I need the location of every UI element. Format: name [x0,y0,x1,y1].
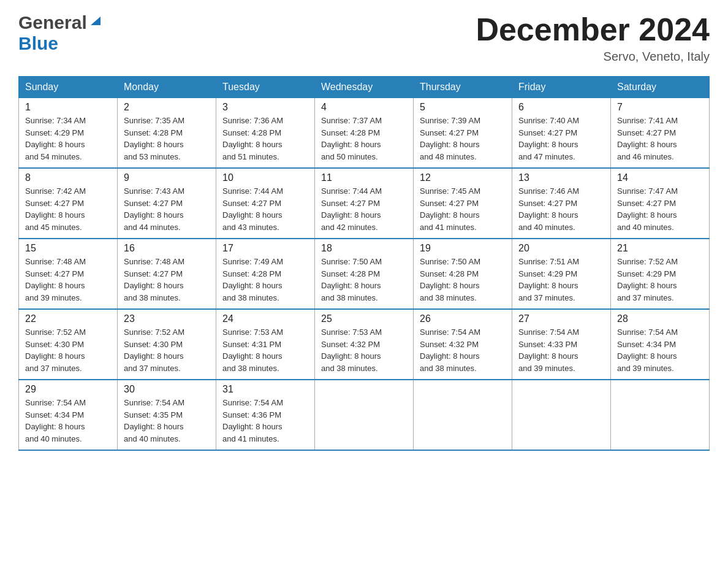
day-number: 1 [25,102,111,113]
day-number: 20 [518,243,604,254]
calendar-table: Sunday Monday Tuesday Wednesday Thursday… [18,76,710,451]
day-info: Sunrise: 7:48 AM Sunset: 4:27 PM Dayligh… [124,256,210,304]
location-text: Servo, Veneto, Italy [476,50,710,64]
calendar-cell: 16 Sunrise: 7:48 AM Sunset: 4:27 PM Dayl… [118,239,216,309]
day-info: Sunrise: 7:42 AM Sunset: 4:27 PM Dayligh… [25,185,111,233]
day-info: Sunrise: 7:36 AM Sunset: 4:28 PM Dayligh… [222,115,308,163]
calendar-cell: 21 Sunrise: 7:52 AM Sunset: 4:29 PM Dayl… [611,239,710,309]
logo-general-text: General [18,12,87,33]
calendar-week-1: 1 Sunrise: 7:34 AM Sunset: 4:29 PM Dayli… [19,98,710,169]
day-info: Sunrise: 7:46 AM Sunset: 4:27 PM Dayligh… [518,185,604,233]
calendar-cell: 14 Sunrise: 7:47 AM Sunset: 4:27 PM Dayl… [611,168,710,239]
calendar-cell: 10 Sunrise: 7:44 AM Sunset: 4:27 PM Dayl… [216,168,315,239]
calendar-cell: 23 Sunrise: 7:52 AM Sunset: 4:30 PM Dayl… [118,309,216,380]
day-info: Sunrise: 7:52 AM Sunset: 4:29 PM Dayligh… [617,256,703,304]
calendar-cell: 18 Sunrise: 7:50 AM Sunset: 4:28 PM Dayl… [315,239,414,309]
col-sunday: Sunday [19,77,118,98]
calendar-cell: 17 Sunrise: 7:49 AM Sunset: 4:28 PM Dayl… [216,239,315,309]
day-number: 3 [222,102,308,113]
calendar-week-5: 29 Sunrise: 7:54 AM Sunset: 4:34 PM Dayl… [19,380,710,450]
day-info: Sunrise: 7:53 AM Sunset: 4:32 PM Dayligh… [321,326,407,374]
calendar-cell: 3 Sunrise: 7:36 AM Sunset: 4:28 PM Dayli… [216,98,315,169]
day-info: Sunrise: 7:44 AM Sunset: 4:27 PM Dayligh… [222,185,308,233]
calendar-cell: 8 Sunrise: 7:42 AM Sunset: 4:27 PM Dayli… [19,168,118,239]
col-monday: Monday [118,77,216,98]
day-number: 6 [518,102,604,113]
day-number: 27 [518,313,604,324]
day-number: 17 [222,243,308,254]
calendar-cell: 1 Sunrise: 7:34 AM Sunset: 4:29 PM Dayli… [19,98,118,169]
calendar-cell: 22 Sunrise: 7:52 AM Sunset: 4:30 PM Dayl… [19,309,118,380]
col-thursday: Thursday [414,77,512,98]
day-number: 16 [124,243,210,254]
calendar-cell: 31 Sunrise: 7:54 AM Sunset: 4:36 PM Dayl… [216,380,315,450]
day-number: 12 [420,172,506,183]
title-section: December 2024 Servo, Veneto, Italy [476,12,710,64]
day-info: Sunrise: 7:54 AM Sunset: 4:35 PM Dayligh… [124,397,210,445]
day-number: 14 [617,172,703,183]
calendar-week-3: 15 Sunrise: 7:48 AM Sunset: 4:27 PM Dayl… [19,239,710,309]
day-number: 26 [420,313,506,324]
calendar-cell: 26 Sunrise: 7:54 AM Sunset: 4:32 PM Dayl… [414,309,512,380]
day-info: Sunrise: 7:45 AM Sunset: 4:27 PM Dayligh… [420,185,506,233]
day-info: Sunrise: 7:54 AM Sunset: 4:32 PM Dayligh… [420,326,506,374]
day-info: Sunrise: 7:40 AM Sunset: 4:27 PM Dayligh… [518,115,604,163]
day-number: 11 [321,172,407,183]
day-number: 7 [617,102,703,113]
calendar-cell: 28 Sunrise: 7:54 AM Sunset: 4:34 PM Dayl… [611,309,710,380]
calendar-cell [512,380,611,450]
day-number: 15 [25,243,111,254]
day-number: 9 [124,172,210,183]
day-info: Sunrise: 7:54 AM Sunset: 4:34 PM Dayligh… [617,326,703,374]
day-info: Sunrise: 7:48 AM Sunset: 4:27 PM Dayligh… [25,256,111,304]
calendar-week-2: 8 Sunrise: 7:42 AM Sunset: 4:27 PM Dayli… [19,168,710,239]
calendar-cell: 27 Sunrise: 7:54 AM Sunset: 4:33 PM Dayl… [512,309,611,380]
day-number: 21 [617,243,703,254]
day-number: 18 [321,243,407,254]
calendar-header-row: Sunday Monday Tuesday Wednesday Thursday… [19,77,710,98]
day-number: 29 [25,384,111,395]
calendar-cell [315,380,414,450]
calendar-cell [414,380,512,450]
day-number: 2 [124,102,210,113]
day-number: 4 [321,102,407,113]
day-info: Sunrise: 7:49 AM Sunset: 4:28 PM Dayligh… [222,256,308,304]
calendar-cell: 6 Sunrise: 7:40 AM Sunset: 4:27 PM Dayli… [512,98,611,169]
day-number: 31 [222,384,308,395]
calendar-cell: 20 Sunrise: 7:51 AM Sunset: 4:29 PM Dayl… [512,239,611,309]
day-info: Sunrise: 7:53 AM Sunset: 4:31 PM Dayligh… [222,326,308,374]
day-info: Sunrise: 7:54 AM Sunset: 4:36 PM Dayligh… [222,397,308,445]
day-number: 5 [420,102,506,113]
calendar-cell: 19 Sunrise: 7:50 AM Sunset: 4:28 PM Dayl… [414,239,512,309]
day-number: 23 [124,313,210,324]
month-title: December 2024 [476,12,710,47]
col-saturday: Saturday [611,77,710,98]
day-number: 22 [25,313,111,324]
day-info: Sunrise: 7:43 AM Sunset: 4:27 PM Dayligh… [124,185,210,233]
day-info: Sunrise: 7:51 AM Sunset: 4:29 PM Dayligh… [518,256,604,304]
calendar-cell: 15 Sunrise: 7:48 AM Sunset: 4:27 PM Dayl… [19,239,118,309]
day-info: Sunrise: 7:52 AM Sunset: 4:30 PM Dayligh… [124,326,210,374]
calendar-cell: 7 Sunrise: 7:41 AM Sunset: 4:27 PM Dayli… [611,98,710,169]
logo: General Blue [18,12,102,54]
calendar-cell: 9 Sunrise: 7:43 AM Sunset: 4:27 PM Dayli… [118,168,216,239]
day-info: Sunrise: 7:41 AM Sunset: 4:27 PM Dayligh… [617,115,703,163]
col-tuesday: Tuesday [216,77,315,98]
calendar-cell: 5 Sunrise: 7:39 AM Sunset: 4:27 PM Dayli… [414,98,512,169]
calendar-cell: 2 Sunrise: 7:35 AM Sunset: 4:28 PM Dayli… [118,98,216,169]
day-number: 10 [222,172,308,183]
day-info: Sunrise: 7:50 AM Sunset: 4:28 PM Dayligh… [321,256,407,304]
day-number: 8 [25,172,111,183]
calendar-cell: 25 Sunrise: 7:53 AM Sunset: 4:32 PM Dayl… [315,309,414,380]
svg-marker-0 [91,17,100,25]
day-info: Sunrise: 7:50 AM Sunset: 4:28 PM Dayligh… [420,256,506,304]
calendar-cell: 4 Sunrise: 7:37 AM Sunset: 4:28 PM Dayli… [315,98,414,169]
day-info: Sunrise: 7:35 AM Sunset: 4:28 PM Dayligh… [124,115,210,163]
col-friday: Friday [512,77,611,98]
calendar-cell: 29 Sunrise: 7:54 AM Sunset: 4:34 PM Dayl… [19,380,118,450]
day-number: 19 [420,243,506,254]
calendar-cell: 13 Sunrise: 7:46 AM Sunset: 4:27 PM Dayl… [512,168,611,239]
col-wednesday: Wednesday [315,77,414,98]
day-info: Sunrise: 7:44 AM Sunset: 4:27 PM Dayligh… [321,185,407,233]
day-info: Sunrise: 7:47 AM Sunset: 4:27 PM Dayligh… [617,185,703,233]
